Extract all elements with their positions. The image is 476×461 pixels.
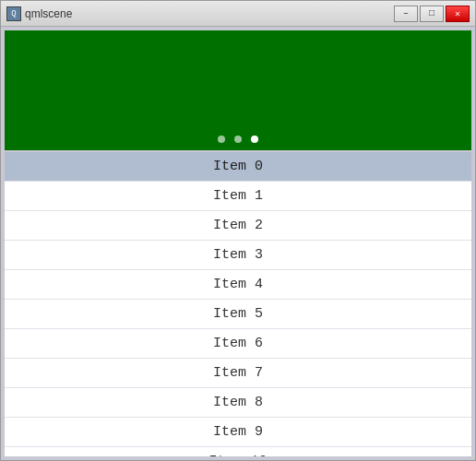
app-icon-text: Q (11, 9, 16, 18)
list-item[interactable]: Item 6 (5, 329, 471, 359)
title-bar-left: Q qmlscene (6, 6, 72, 21)
close-button[interactable]: ✕ (446, 6, 470, 22)
list-item[interactable]: Item 0 (5, 152, 471, 182)
dot-1 (234, 136, 242, 143)
dot-2 (251, 136, 258, 143)
list-item[interactable]: Item 7 (5, 359, 471, 388)
app-icon: Q (6, 6, 21, 21)
list-item[interactable]: Item 3 (5, 241, 471, 270)
list-item[interactable]: Item 10 (5, 447, 471, 456)
window-title: qmlscene (25, 7, 72, 20)
title-bar: Q qmlscene – □ ✕ (1, 1, 475, 27)
list-item[interactable]: Item 2 (5, 211, 471, 241)
window-content: Item 0Item 1Item 2Item 3Item 4Item 5Item… (1, 27, 475, 460)
list-item[interactable]: Item 9 (5, 418, 471, 447)
list-item[interactable]: Item 4 (5, 270, 471, 300)
window: Q qmlscene – □ ✕ Item 0Item 1Item 2Item … (0, 0, 476, 461)
window-controls: – □ ✕ (394, 6, 470, 22)
list-item[interactable]: Item 1 (5, 182, 471, 211)
list-container[interactable]: Item 0Item 1Item 2Item 3Item 4Item 5Item… (5, 152, 471, 456)
green-panel (5, 30, 471, 150)
dots-row (218, 136, 258, 143)
list-item[interactable]: Item 8 (5, 388, 471, 418)
dot-0 (218, 136, 225, 143)
minimize-button[interactable]: – (394, 6, 418, 22)
list-item[interactable]: Item 5 (5, 300, 471, 329)
maximize-button[interactable]: □ (420, 6, 444, 22)
